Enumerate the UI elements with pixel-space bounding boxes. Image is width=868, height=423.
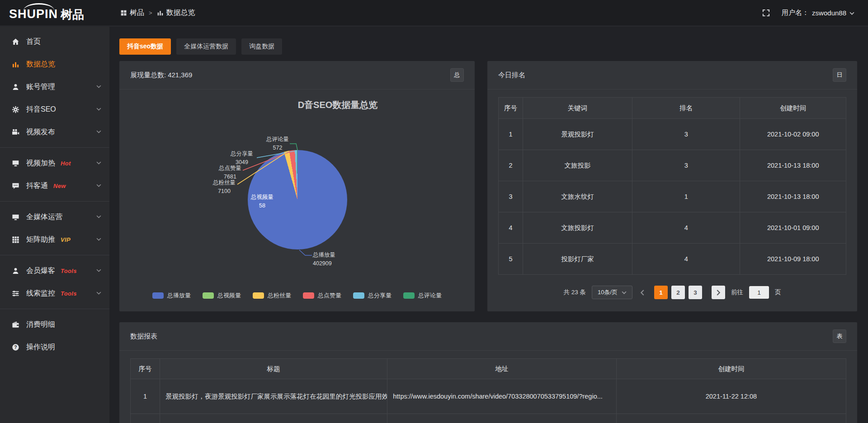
daily-view-button[interactable]: 日 (833, 68, 846, 82)
table-cell: 4 (632, 212, 740, 244)
tabs-row: 抖音seo数据全媒体运营数据询盘数据 (119, 38, 857, 55)
user-menu[interactable]: 用户名：zswodun88 (782, 9, 854, 17)
overview-panel: 展现量总数:421,369 总 D音SEO数据量总览 总评论量 572 总分享量… (119, 61, 475, 311)
wallet-icon (12, 321, 19, 329)
tab-douyin-seo-data[interactable]: 抖音seo数据 (119, 38, 171, 55)
sliders-icon (12, 290, 19, 297)
logo[interactable]: SHUPIN 树品 (0, 0, 109, 26)
sidebar-item-data-overview[interactable]: 数据总览 (0, 53, 109, 75)
breadcrumb-item-current[interactable]: 数据总览 (157, 8, 195, 18)
table-cell (387, 414, 617, 423)
sidebar-item-label: 操作说明 (26, 343, 55, 352)
pie-label-name: 总评论量 (260, 135, 295, 144)
table-row: 3文旅水纹灯12021-10-13 18:00 (499, 181, 846, 212)
page-button-3[interactable]: 3 (689, 286, 702, 299)
sidebar-item-home[interactable]: 首页 (0, 30, 109, 53)
table-cell: 景观投影灯，夜游景观投影灯厂家展示展示落花灯在花园里的灯光投影应用效果 # (160, 379, 387, 414)
sidebar-item-matrix-boost[interactable]: 矩阵助推VIP (0, 228, 109, 251)
chevron-down-icon (96, 161, 101, 165)
pie-label-plays: 总播放量 402909 (313, 251, 354, 268)
sidebar-divider (0, 255, 109, 255)
legend-item-1[interactable]: 总视频量 (203, 291, 241, 300)
overview-title-value: 421,369 (168, 71, 192, 79)
table-cell: 2 (499, 150, 523, 181)
table-cell: 3 (632, 150, 740, 181)
legend-label: 总点赞量 (318, 291, 341, 300)
pie-label-comments: 总评论量 572 (260, 135, 295, 152)
chevron-down-icon (96, 291, 101, 295)
sidebar-item-doukertong[interactable]: 抖客通New (0, 174, 109, 197)
column-header: 序号 (499, 98, 523, 119)
question-icon: ? (12, 343, 19, 351)
column-header: 地址 (387, 359, 617, 379)
sidebar-item-douyin-seo[interactable]: 抖音SEO (0, 98, 109, 121)
sidebar-item-member-tools[interactable]: 会员爆客Tools (0, 259, 109, 282)
sidebar-item-label: 全媒体运营 (26, 212, 62, 222)
sidebar-item-video-publish[interactable]: 视频发布 (0, 121, 109, 143)
goto-page-input[interactable] (749, 286, 769, 299)
legend-item-3[interactable]: 总点赞量 (303, 291, 341, 300)
table-cell: 景观投影灯 (523, 119, 632, 150)
page-buttons: 123 (652, 286, 704, 299)
table-row: 2文旅投影32021-10-13 18:00 (499, 150, 846, 181)
page-size-select[interactable]: 10条/页 (592, 286, 632, 299)
table-header-row: 序号标题地址创建时间 (131, 359, 846, 379)
ranking-table: 序号关键词排名创建时间1景观投影灯32021-10-02 09:002文旅投影3… (498, 97, 846, 275)
tab-inquiry-data[interactable]: 询盘数据 (241, 38, 282, 55)
table-row: 1景观投影灯，夜游景观投影灯厂家展示展示落花灯在花园里的灯光投影应用效果 #ht… (131, 379, 846, 414)
pie-label-videos: 总视频量 58 (245, 193, 279, 210)
legend-swatch (152, 292, 164, 299)
sidebar-item-label: 抖音SEO (26, 105, 56, 114)
page-button-2[interactable]: 2 (671, 286, 685, 299)
pie-label-name: 总粉丝量 (207, 179, 241, 187)
table-cell: 2021-10-13 18:00 (740, 150, 846, 181)
sidebar-item-omni-media[interactable]: 全媒体运营 (0, 206, 109, 228)
breadcrumb-separator: > (149, 9, 152, 16)
tab-omni-media-data[interactable]: 全媒体运营数据 (176, 38, 236, 55)
next-page-button[interactable] (712, 286, 725, 299)
sidebar-divider (0, 309, 109, 309)
overview-panel-title: 展现量总数:421,369 (130, 71, 192, 80)
breadcrumb-item-home[interactable]: 树品 (120, 8, 144, 18)
prev-page-button[interactable] (638, 290, 646, 296)
report-panel: 数据报表 表 序号标题地址创建时间1景观投影灯，夜游景观投影灯厂家展示展示落花灯… (119, 322, 857, 423)
total-view-button[interactable]: 总 (450, 68, 464, 82)
user-icon (12, 267, 19, 275)
table-row: 5投影灯厂家42021-10-09 18:00 (499, 244, 846, 275)
legend-label: 总播放量 (167, 291, 191, 300)
badge-tools: Tools (61, 268, 77, 274)
link-cell[interactable]: https://www.iesdouyin.com/share/video/70… (387, 379, 617, 414)
legend-item-4[interactable]: 总分享量 (353, 291, 392, 300)
ranking-panel-title: 今日排名 (498, 71, 525, 80)
column-header: 标题 (160, 359, 387, 379)
breadcrumb-label: 数据总览 (166, 8, 195, 18)
sidebar-item-consumption-detail[interactable]: 消费明细 (0, 313, 109, 336)
badge-vip: VIP (61, 236, 71, 243)
sidebar-item-lead-monitor[interactable]: 线索监控Tools (0, 282, 109, 305)
goto-label: 前往 (731, 288, 743, 296)
chart-bar-icon (12, 61, 19, 68)
ranking-panel-header: 今日排名 日 (487, 61, 857, 89)
table-row: 1景观投影灯32021-10-02 09:00 (499, 119, 846, 150)
sidebar-item-instructions[interactable]: ?操作说明 (0, 336, 109, 358)
legend-item-2[interactable]: 总粉丝量 (253, 291, 291, 300)
legend-swatch (253, 292, 264, 299)
logo-arc (24, 3, 54, 10)
sidebar-item-label: 视频加热 (26, 159, 55, 168)
legend-item-5[interactable]: 总评论量 (403, 291, 442, 300)
home-icon (12, 38, 19, 46)
chevron-down-icon (96, 130, 101, 134)
report-table: 序号标题地址创建时间1景观投影灯，夜游景观投影灯厂家展示展示落花灯在花园里的灯光… (130, 358, 846, 423)
chart-legend: 总播放量总视频量总粉丝量总点赞量总分享量总评论量 (119, 291, 475, 300)
table-cell: 1 (632, 181, 740, 212)
page-button-1[interactable]: 1 (654, 286, 668, 299)
table-cell: 2021-10-13 18:00 (740, 181, 846, 212)
sidebar-item-video-heating[interactable]: 视频加热Hot (0, 152, 109, 174)
sidebar-item-account-management[interactable]: 账号管理 (0, 75, 109, 98)
table-cell: 3 (632, 119, 740, 150)
username: zswodun88 (812, 9, 846, 17)
table-view-button[interactable]: 表 (833, 329, 846, 343)
legend-item-0[interactable]: 总播放量 (152, 291, 191, 300)
comment-icon (12, 182, 19, 190)
fullscreen-icon[interactable] (762, 9, 770, 17)
